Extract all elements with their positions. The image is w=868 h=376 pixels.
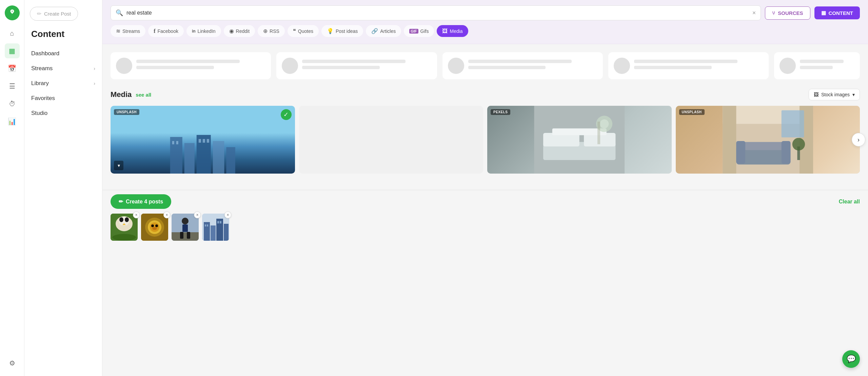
placeholder-line <box>302 66 380 69</box>
gifs-tab-icon: GIF <box>409 29 418 34</box>
thumbnail-lion: × <box>141 214 168 241</box>
thumb-remove-buildings[interactable]: × <box>224 212 231 218</box>
sidebar-item-streams[interactable]: Streams › <box>24 61 102 76</box>
svg-point-41 <box>155 224 158 227</box>
chat-bubble-button[interactable]: 💬 <box>842 350 860 368</box>
svg-point-34 <box>125 217 129 222</box>
sidebar-item-label: Library <box>31 80 49 87</box>
tab-articles[interactable]: 🔗 Articles <box>366 25 401 37</box>
svg-point-33 <box>119 217 123 222</box>
thumb-img-person <box>172 214 199 241</box>
reddit-tab-icon: ◉ <box>229 28 234 34</box>
tab-quotes-label: Quotes <box>298 28 313 34</box>
sidebar-home-btn[interactable]: ⌂ <box>5 26 20 41</box>
svg-rect-25 <box>736 141 745 164</box>
source-badge: UNSPLASH <box>679 109 705 115</box>
content-button[interactable]: ▦ CONTENT <box>814 6 860 19</box>
tab-facebook[interactable]: f Facebook <box>148 25 184 37</box>
stock-label: Stock images <box>821 92 850 97</box>
placeholder-avatar <box>282 58 298 74</box>
sidebar-list-btn[interactable]: ☰ <box>5 79 20 94</box>
stock-images-dropdown[interactable]: 🖼 Stock images ▾ <box>809 89 860 100</box>
thumbnail-person: × <box>172 214 199 241</box>
tab-postideas-label: Post ideas <box>336 28 358 34</box>
sidebar-item-label: Favorites <box>31 95 55 102</box>
placeholder-line <box>634 60 737 63</box>
media-section-header: Media see all 🖼 Stock images ▾ <box>111 89 860 100</box>
postideas-tab-icon: 💡 <box>327 28 334 34</box>
placeholder-avatar <box>448 58 464 74</box>
media-next-button[interactable]: › <box>852 133 865 146</box>
media-card-living[interactable]: UNSPLASH <box>676 106 860 174</box>
search-area: 🔍 × ⑂ SOURCES ▦ CONTENT ≋ Streams f Face… <box>102 0 868 44</box>
see-all-link[interactable]: see all <box>136 92 151 98</box>
sidebar-chart-btn[interactable]: 📊 <box>5 114 20 129</box>
tab-post-ideas[interactable]: 💡 Post ideas <box>321 25 363 37</box>
svg-rect-54 <box>205 224 206 226</box>
svg-rect-6 <box>176 141 178 144</box>
chevron-right-icon: › <box>94 66 95 71</box>
media-grid: UNSPLASH ✓ ▾ <box>111 106 860 174</box>
svg-point-45 <box>182 218 189 224</box>
tab-media[interactable]: 🖼 Media <box>437 25 468 37</box>
sidebar-item-label: Streams <box>31 65 53 72</box>
create-post-button[interactable]: ✏ Create Post <box>30 7 78 21</box>
tab-rss[interactable]: ⊕ RSS <box>258 25 285 37</box>
tab-media-label: Media <box>450 28 462 34</box>
sidebar-calendar-btn[interactable]: 📅 <box>5 61 20 76</box>
placeholder-line <box>634 66 712 69</box>
sidebar-item-studio[interactable]: Studio <box>24 106 102 121</box>
clear-all-button[interactable]: Clear all <box>839 199 860 205</box>
media-card-bedroom[interactable]: PEXELS <box>487 106 672 174</box>
placeholder-line <box>800 66 832 69</box>
svg-point-28 <box>792 138 805 151</box>
chevron-down-icon[interactable]: ▾ <box>114 161 123 170</box>
rss-tab-icon: ⊕ <box>263 28 268 34</box>
svg-rect-8 <box>203 139 205 143</box>
thumb-remove-lion[interactable]: × <box>163 212 170 218</box>
pen-icon: ✏ <box>37 11 41 17</box>
sources-icon: ⑂ <box>772 10 775 16</box>
media-card-buildings[interactable]: UNSPLASH ✓ ▾ <box>111 106 295 174</box>
search-input[interactable] <box>126 10 749 16</box>
sidebar-item-dashboard[interactable]: Dashboard <box>24 46 102 61</box>
media-card-empty[interactable] <box>299 106 484 174</box>
placeholder-avatar <box>614 58 630 74</box>
create-post-label: Create Post <box>44 11 71 17</box>
placeholder-line <box>468 66 546 69</box>
sidebar-item-favorites[interactable]: Favorites <box>24 91 102 106</box>
thumbnail-buildings: × <box>202 214 229 241</box>
placeholder-card <box>608 52 769 79</box>
placeholder-line <box>800 60 844 63</box>
tab-quotes[interactable]: ❝ Quotes <box>288 25 319 37</box>
tab-reddit[interactable]: ◉ Reddit <box>224 25 255 37</box>
create-posts-button[interactable]: ✏ Create 4 posts <box>111 194 171 209</box>
svg-rect-26 <box>781 141 790 164</box>
person-svg <box>172 214 199 241</box>
svg-rect-7 <box>199 139 201 143</box>
placeholder-card <box>111 52 271 79</box>
sidebar-settings-btn[interactable]: ⚙ <box>5 356 20 371</box>
sidebar-item-library[interactable]: Library › <box>24 76 102 91</box>
tab-rss-label: RSS <box>270 28 279 34</box>
tab-articles-label: Articles <box>380 28 396 34</box>
sources-button[interactable]: ⑂ SOURCES <box>765 6 810 20</box>
thumb-remove-person[interactable]: × <box>194 212 201 218</box>
sidebar-item-label: Dashboard <box>31 50 59 57</box>
source-badge: UNSPLASH <box>114 109 139 115</box>
thumb-remove-eagle[interactable]: × <box>133 212 140 218</box>
placeholder-avatar <box>116 58 132 74</box>
sidebar-content-btn[interactable]: ▦ <box>5 43 20 58</box>
svg-rect-3 <box>213 141 224 174</box>
tab-gifs[interactable]: GIF Gifs <box>404 25 434 37</box>
placeholder-lines <box>634 60 763 72</box>
tab-streams-label: Streams <box>122 28 140 34</box>
sidebar-schedule-btn[interactable]: ⏱ <box>5 96 20 111</box>
tab-streams[interactable]: ≋ Streams <box>111 25 145 37</box>
search-clear-button[interactable]: × <box>752 9 756 17</box>
articles-tab-icon: 🔗 <box>371 28 378 34</box>
svg-rect-57 <box>220 221 221 223</box>
svg-rect-44 <box>172 232 199 241</box>
tab-linkedin[interactable]: in LinkedIn <box>186 25 221 37</box>
svg-rect-1 <box>184 143 195 174</box>
